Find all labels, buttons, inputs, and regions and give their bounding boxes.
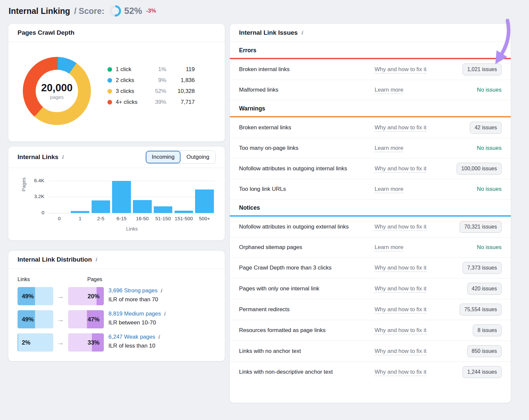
crawl-depth-donut-chart[interactable]: 20,000 pages [23,57,91,125]
why-how-to-fix-link[interactable]: Why and how to fix it [375,66,427,73]
learn-more-link[interactable]: Learn more [375,145,403,152]
legend-label: 3 clicks [107,88,147,95]
issue-action: Why and how to fix it [375,348,449,355]
why-how-to-fix-link[interactable]: Why and how to fix it [375,327,427,334]
info-icon[interactable]: i [301,30,303,36]
why-how-to-fix-link[interactable]: Why and how to fix it [375,165,427,173]
legend-percent: 52% [147,88,166,95]
distribution-row-text: 3,696 Strong pagesiILR of more than 70 [108,287,162,303]
issue-label: Too many on-page links [239,144,362,152]
issue-value: 1,021 issues [449,63,502,75]
pages-percent: 47% [88,316,100,323]
links-bar: 49% [18,287,53,305]
info-icon[interactable]: i [62,154,64,160]
y-tick: 6.4K [34,178,44,183]
issue-action: Why and how to fix it [375,224,449,230]
why-how-to-fix-link[interactable]: Why and how to fix it [375,369,427,376]
info-icon[interactable]: i [158,334,160,340]
info-icon[interactable]: i [160,288,162,294]
x-tick-51-150: 51-150 [153,216,174,221]
issue-label: Resources formatted as page links [239,326,362,335]
bars-container [49,181,215,213]
arrow-right-icon: → [57,292,64,301]
ilr-description: ILR of more than 70 [108,296,162,303]
issue-value: 850 issues [449,345,502,357]
toggle-incoming[interactable]: Incoming [146,151,181,163]
issues-count-button[interactable]: 1,244 issues [463,366,502,378]
card-title: Internal Link Distribution i [18,256,97,263]
bar-2-5[interactable] [92,200,110,213]
section-header-warnings: Warnings [230,100,511,116]
info-icon[interactable]: i [164,311,166,317]
card-title: Pages Crawl Depth [18,29,74,36]
issue-action: Why and how to fix it [375,66,449,73]
card-title: Internal Link Issues i [239,29,303,36]
learn-more-link[interactable]: Learn more [375,87,403,94]
why-how-to-fix-link[interactable]: Why and how to fix it [375,306,427,314]
ilr-description: ILR between 10-70 [108,319,165,326]
toggle-outgoing[interactable]: Outgoing [181,151,215,163]
issue-row: Links with no anchor textWhy and how to … [230,341,511,362]
links-bar: 2% [18,333,53,352]
info-icon[interactable]: i [95,257,97,263]
issues-section-notices: NoticesNofollow attributes in outgoing e… [230,199,511,382]
x-tick-151-500: 151-500 [174,216,194,221]
why-how-to-fix-link[interactable]: Why and how to fix it [375,265,427,272]
issues-count-button[interactable]: 7,373 issues [463,262,502,274]
issue-label: Page Crawl Depth more than 3 clicks [239,264,362,272]
pages-link[interactable]: 6,247 Weak pages [108,334,155,340]
issues-count-button[interactable]: 100,000 issues [457,163,502,175]
pages-link[interactable]: 8,819 Medium pages [108,311,161,317]
issues-count-button[interactable]: 42 issues [470,122,502,134]
issue-action: Why and how to fix it [375,327,449,334]
internal-links-bar-chart: Pages 6.4K 3.2K 0 012-56-1516-5051-15015… [8,172,225,231]
learn-more-link[interactable]: Learn more [375,186,403,193]
x-tick-1: 1 [70,216,91,221]
no-issues-text: No issues [477,244,502,251]
issues-count-button[interactable]: 70,321 issues [460,221,502,233]
arrow-right-icon: → [57,315,64,324]
why-how-to-fix-link[interactable]: Why and how to fix it [375,348,427,355]
issue-label: Too long link URLs [239,185,362,193]
issue-action: Learn more [375,186,449,192]
pages-bar: 20% [68,287,104,305]
issue-row: Malformed linksLearn moreNo issues [230,80,511,100]
plot-area: 6.4K 3.2K 0 [49,181,215,213]
bar-slot [132,181,153,213]
bar-500+[interactable] [195,189,214,213]
legend-label: 4+ clicks [107,99,147,105]
issue-action: Why and how to fix it [375,265,449,271]
issue-value: 70,321 issues [449,221,502,233]
bar-6-15[interactable] [112,181,131,213]
why-how-to-fix-link[interactable]: Why and how to fix it [375,224,427,231]
pages-percent: 33% [88,339,100,346]
issue-label: Nofollow attributes in outgoing internal… [239,164,362,173]
issues-section-errors: ErrorsBroken internal linksWhy and how t… [230,42,511,100]
pages-link[interactable]: 3,696 Strong pages [108,287,157,294]
issue-action: Why and how to fix it [375,165,449,172]
bar-slot [153,181,174,213]
links-bar: 49% [18,310,53,328]
crawl-depth-legend: 1 click1%1192 clicks9%1,8363 clicks52%10… [107,66,195,105]
why-how-to-fix-link[interactable]: Why and how to fix it [375,285,427,293]
x-axis-line: 0 [49,213,215,213]
issues-table: ErrorsBroken internal linksWhy and how t… [230,42,511,382]
legend-count: 1,836 [166,77,195,84]
legend-label: 2 clicks [107,77,147,84]
issues-count-button[interactable]: 850 issues [467,345,502,357]
issues-count-button[interactable]: 75,554 issues [460,304,502,315]
issues-count-button[interactable]: 420 issues [467,283,502,295]
learn-more-link[interactable]: Learn more [375,244,403,251]
legend-color-dot [107,67,112,72]
issues-count-button[interactable]: 8 issues [473,324,502,336]
bar-51-150[interactable] [154,206,172,213]
bar-151-500[interactable] [175,211,193,213]
bar-1[interactable] [71,211,89,213]
bar-16-50[interactable] [133,200,151,213]
pages-link-line: 3,696 Strong pagesi [108,287,162,294]
distribution-row: 2%→33%6,247 Weak pagesiILR of less than … [8,333,225,352]
issues-count-button[interactable]: 1,021 issues [463,63,502,75]
why-how-to-fix-link[interactable]: Why and how to fix it [375,124,427,132]
legend-item: 3 clicks52%10,328 [107,88,195,95]
distribution-row: 49%→20%3,696 Strong pagesiILR of more th… [8,287,225,305]
